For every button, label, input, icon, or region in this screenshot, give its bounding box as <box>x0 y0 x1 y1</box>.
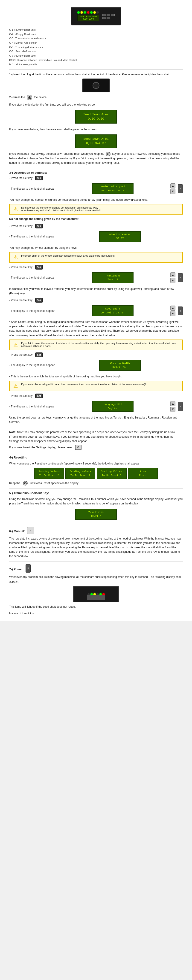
up-arrow-btn-1[interactable]: ▲ <box>170 183 175 188</box>
step3c-press-set-row: - Press the Set key: Set <box>9 265 183 270</box>
area-reset-note-suffix: until Area Reset appears on the display. <box>30 482 79 485</box>
manual-key-label: M <box>30 530 31 532</box>
step3c-display-label: - The display to the right shall appear: <box>9 276 55 279</box>
set-key-2[interactable]: Set <box>35 224 43 228</box>
step7-header: 7-) Power: <box>9 568 24 571</box>
divider-5 <box>9 488 183 488</box>
down-arrow-btn-2[interactable]: ▼ <box>170 278 175 283</box>
seeding-d1-l1: Seeding Values <box>70 470 91 473</box>
step2-text: 2-) Press the ⏻ the device. <box>9 95 183 100</box>
pause-btn-3[interactable]: II <box>178 307 183 315</box>
seeding-d1-l2: To Be Reset 1 <box>71 474 90 477</box>
step3f-display-row: - The display to the right shall appear:… <box>9 399 183 413</box>
set-key-6[interactable]: Set <box>35 394 43 398</box>
set-key-5[interactable]: Set <box>35 352 43 357</box>
step3b-press-set-label: - Press the Set key: <box>9 224 33 228</box>
device-btn-3[interactable] <box>111 14 115 16</box>
seeding-d3-l1: Seeding Values <box>101 470 122 473</box>
screen3f: Language:Dil English <box>92 401 134 412</box>
step3-note: You may change the number of signals per… <box>9 198 183 202</box>
step3b-note: You may change the Wheel diameter by usi… <box>9 246 183 250</box>
label-icon: ICON: Distance between Intermediate Box … <box>9 58 183 62</box>
pause-btn-1[interactable]: II <box>178 184 183 193</box>
manual-key-icon[interactable]: M <box>27 527 34 534</box>
step2-power-icon[interactable]: ⏻ <box>106 152 110 156</box>
pause-key-icon[interactable]: II <box>25 564 31 573</box>
screen3c: Tramlinins Tour: 4 <box>92 272 134 283</box>
pause-btn-2[interactable]: II <box>178 273 183 282</box>
device-btn-4[interactable] <box>102 17 106 19</box>
arrow-keys-4: ▲ ▼ II <box>170 401 183 412</box>
cable-plug <box>87 595 105 600</box>
seeding-values-row: Seeding Values To Be Reset 2 Seeding Val… <box>9 468 183 479</box>
area-reset-display: Area Reset <box>128 468 158 479</box>
screen2: Seed Sown Area 0,00 344,37 <box>75 134 117 148</box>
exit-settings-row: If you want to exit the Settings display… <box>9 445 183 450</box>
step3-header: 3-) Description of settings: <box>9 171 183 174</box>
divider-1 <box>9 69 183 70</box>
device-btn-1[interactable] <box>102 14 106 16</box>
up-arrow-btn-2[interactable]: ▲ <box>170 272 175 277</box>
screen3-line1: Number Of Signal <box>101 185 125 188</box>
caution-2-text: Incorrect entry of the Wheel diameter ca… <box>21 254 115 257</box>
screen3: Number Of Signal Per Rotation: 1 <box>92 183 134 194</box>
page-container: Seed Sown Area0,00 0,00 <box>0 0 192 621</box>
device-image-top: Seed Sown Area0,00 0,00 <box>9 7 183 25</box>
step5-display-row: Tramlinins Tour: 4 <box>9 508 183 521</box>
step6-header-row: 6-) Manual: M <box>9 527 183 534</box>
screen2-line1: Seed Sown Area <box>83 137 109 141</box>
screen3b-line2: 50.0% <box>116 237 124 240</box>
set-key-4[interactable]: Set <box>35 298 43 302</box>
set-key-1[interactable]: Set <box>35 176 43 180</box>
arrow-keys-2: ▲ ▼ II <box>170 272 183 283</box>
display-row-1: Seed Sown Area 0,00 0,00 <box>9 108 183 125</box>
down-arrow-btn-4[interactable]: ▼ <box>170 407 175 412</box>
step5-text: Using the Tramlinins Shortcut key, you m… <box>9 497 183 506</box>
divider-7 <box>9 561 183 562</box>
caution-icon-1: ⚠ <box>13 206 19 212</box>
down-arrow-btn-3[interactable]: ▼ <box>170 311 175 316</box>
label-c1: C-1 : (Empty Don't use) <box>9 28 183 32</box>
step2-seen-before-text: If you have seen before; then the area s… <box>9 127 183 132</box>
step3d-display-row: - The display to the right shall appear:… <box>9 304 183 318</box>
screen3d: Seed Shaft Control : 25.Tur <box>92 305 134 316</box>
step3b-display-label: - The display to the right shall appear: <box>9 235 55 238</box>
device-bottom-area <box>9 586 183 602</box>
up-arrow-btn-4[interactable]: ▲ <box>170 401 175 406</box>
pause-btn-4[interactable]: II <box>178 402 183 411</box>
device-btn-5[interactable] <box>107 17 110 19</box>
note-bold: Note: <box>9 431 17 434</box>
seeding-d3-l2: To Be Reset 3 <box>102 474 121 477</box>
seeding-d2-l1: Seeding Values <box>38 470 60 473</box>
area-reset-power-icon[interactable]: ⏻ <box>23 481 28 485</box>
screen3e-line2: 300.0 (m.) <box>112 366 127 368</box>
screen2-line2: 0,00 344,37 <box>86 142 106 145</box>
connector-labels: C-1 : (Empty Don't use) C-2 : (Empty Don… <box>9 28 183 67</box>
settings-exit-icon[interactable]: ⚙ <box>75 445 82 450</box>
up-arrow-btn-3[interactable]: ▲ <box>170 305 175 311</box>
device-btn-2[interactable] <box>107 14 110 16</box>
exit-settings-label: If you want to exit the Settings display… <box>9 446 73 449</box>
screen3b-line1: Wheel Diameter <box>109 233 131 236</box>
seeding-display-1: Seeding Values To Be Reset 1 <box>65 468 95 479</box>
step2-note-prefix: If you will start a new sowing, the area… <box>9 152 104 156</box>
area-reset-l2: Reset <box>139 474 146 477</box>
step2-note: If you will start a new sowing, the area… <box>9 152 183 165</box>
step6-text: The row data increases by one at the up … <box>9 536 183 559</box>
arrow-keys-3: ▲ ▼ II <box>170 305 183 316</box>
step3e-press-set-label: - Press the Set key: <box>9 353 33 356</box>
power-button-icon[interactable]: ⏻ <box>27 95 32 100</box>
step3f-note: Using the up and down arrow keys, you ma… <box>9 415 183 424</box>
seeding-display-3: Seeding Values To Be Reset 3 <box>97 468 127 479</box>
caution-icon-3: ⚠ <box>13 342 19 348</box>
set-key-3[interactable]: Set <box>35 265 43 270</box>
step3d-press-set-label: - Press the Set key: <box>9 299 33 302</box>
seeding-display-2: Seeding Values To Be Reset 2 <box>34 468 64 479</box>
down-arrow-btn-1[interactable]: ▼ <box>170 189 175 194</box>
label-c4: C-4 : Marker Arm sensor <box>9 41 183 45</box>
screen3b: Wheel Diameter 50.0% <box>99 231 141 242</box>
step3-press-set-row: - Press the Set key: Set <box>9 176 183 180</box>
step3e-display-label: - The display to the right shall appear: <box>9 364 55 367</box>
caution-1: ⚠ Do not enter the number of signals per… <box>9 204 183 215</box>
screen5: Tramlinins Tour: 4 <box>75 509 117 520</box>
